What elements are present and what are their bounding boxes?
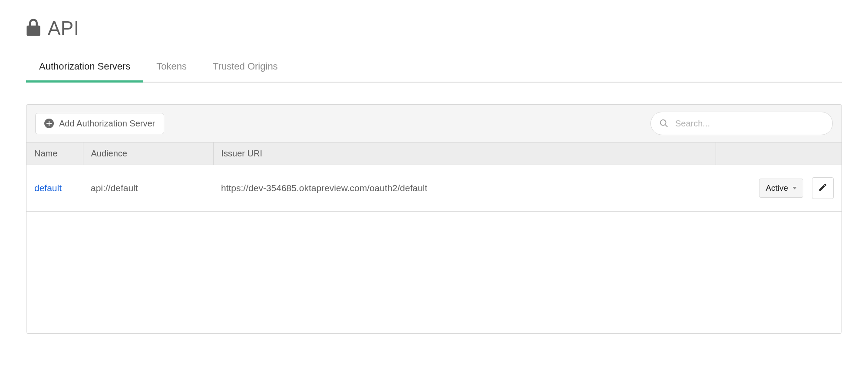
edit-button[interactable] bbox=[812, 177, 834, 199]
empty-space bbox=[26, 212, 842, 333]
page-title: API bbox=[48, 17, 79, 39]
server-issuer-uri: https://dev-354685.oktapreview.com/oauth… bbox=[213, 165, 716, 212]
add-button-label: Add Authorization Server bbox=[59, 119, 155, 129]
col-header-name: Name bbox=[26, 143, 83, 165]
authorization-servers-table: Name Audience Issuer URI default api://d… bbox=[26, 142, 842, 212]
search-field[interactable] bbox=[650, 112, 833, 135]
tab-tokens[interactable]: Tokens bbox=[156, 61, 187, 82]
plus-circle-icon bbox=[44, 119, 54, 128]
server-name-link[interactable]: default bbox=[34, 183, 62, 193]
lock-icon bbox=[26, 19, 41, 38]
table-header-row: Name Audience Issuer URI bbox=[26, 143, 842, 165]
col-header-actions bbox=[716, 143, 842, 165]
authorization-servers-panel: Add Authorization Server Name Aud bbox=[26, 104, 842, 334]
panel-toolbar: Add Authorization Server bbox=[26, 105, 842, 142]
page-header: API bbox=[26, 17, 842, 39]
caret-down-icon bbox=[792, 187, 797, 189]
table-row: default api://default https://dev-354685… bbox=[26, 165, 842, 212]
server-audience: api://default bbox=[83, 165, 213, 212]
tab-trusted-origins[interactable]: Trusted Origins bbox=[213, 61, 278, 82]
add-authorization-server-button[interactable]: Add Authorization Server bbox=[35, 113, 164, 134]
search-input[interactable] bbox=[650, 112, 833, 135]
col-header-audience: Audience bbox=[83, 143, 213, 165]
tab-bar: Authorization Servers Tokens Trusted Ori… bbox=[26, 61, 842, 83]
status-dropdown[interactable]: Active bbox=[759, 179, 803, 198]
pencil-icon bbox=[818, 182, 828, 194]
status-label: Active bbox=[766, 183, 788, 193]
tab-authorization-servers[interactable]: Authorization Servers bbox=[39, 61, 130, 82]
col-header-issuer: Issuer URI bbox=[213, 143, 716, 165]
